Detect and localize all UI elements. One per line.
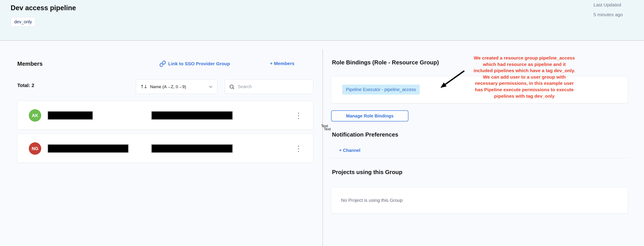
search-icon <box>229 84 235 90</box>
add-members-button[interactable]: + Members <box>270 61 294 66</box>
last-updated-block: Last Updated 5 minutes ago <box>594 0 642 20</box>
group-tag: dev_only <box>11 17 36 27</box>
notification-preferences-heading: Notification Preferences <box>332 131 398 138</box>
redacted-member-email <box>151 144 233 153</box>
role-binding-chip[interactable]: Pipeline Executor - pipeline_access <box>342 85 420 95</box>
avatar: NG <box>29 142 41 155</box>
sort-dropdown[interactable]: ↑↓ Name (A→Z, 0→9) <box>136 79 218 94</box>
redacted-member-name <box>48 111 93 120</box>
more-options-icon[interactable]: ⋮ <box>292 142 306 156</box>
link-icon <box>159 60 166 67</box>
section-divider <box>331 158 628 158</box>
projects-card: No Project is using this Group <box>331 187 628 213</box>
search-box <box>225 79 313 94</box>
more-options-icon[interactable]: ⋮ <box>292 108 306 122</box>
sort-arrows-icon: ↑↓ <box>140 84 147 89</box>
search-input[interactable] <box>237 84 309 89</box>
page-title: Dev access pipeline <box>11 3 76 13</box>
annotation-line: necessary permissions, in this example u… <box>462 80 586 87</box>
chevron-down-icon <box>208 84 213 89</box>
redacted-member-name <box>48 144 128 153</box>
panel-divider <box>322 49 323 246</box>
sort-selected-value: Name (A→Z, 0→9) <box>150 84 208 89</box>
annotation-line: included pipelines which have a tag dev_… <box>462 67 586 74</box>
header-divider <box>0 40 644 41</box>
annotation-note: We created a resource group pipeline_acc… <box>462 55 586 99</box>
manage-role-bindings-button[interactable]: Manage Role Bindings <box>331 110 408 121</box>
annotation-line: which had resource as pipeline and it <box>462 61 586 68</box>
stray-text-annotation: Text <box>324 127 331 132</box>
avatar: AK <box>29 109 41 122</box>
projects-heading: Projects using this Group <box>332 169 402 176</box>
members-heading: Members <box>17 60 42 67</box>
annotation-line: has Pipeline execute permissions to exec… <box>462 87 586 93</box>
add-channel-button[interactable]: + Channel <box>339 148 360 153</box>
annotation-line: We can add user to a user group with <box>462 74 586 80</box>
member-row: NG ⋮ <box>17 134 313 163</box>
members-total: Total: 2 <box>17 83 34 88</box>
annotation-line: We created a resource group pipeline_acc… <box>462 55 586 61</box>
last-updated-label: Last Updated <box>594 0 642 10</box>
annotation-arrow <box>433 68 469 91</box>
redacted-member-email <box>151 111 233 120</box>
link-sso-provider-button[interactable]: Link to SSO Provider Group <box>159 60 230 67</box>
projects-empty-message: No Project is using this Group <box>341 198 403 203</box>
annotation-line: pipelines with tag dev_only <box>462 93 586 99</box>
role-bindings-heading: Role Bindings (Role - Resource Group) <box>332 59 439 66</box>
link-sso-label: Link to SSO Provider Group <box>168 61 230 66</box>
page-header <box>0 0 644 40</box>
member-row: AK ⋮ <box>17 101 313 130</box>
user-group-detail-page: Dev access pipeline dev_only Last Update… <box>0 0 644 246</box>
last-updated-value: 5 minutes ago <box>594 10 642 20</box>
